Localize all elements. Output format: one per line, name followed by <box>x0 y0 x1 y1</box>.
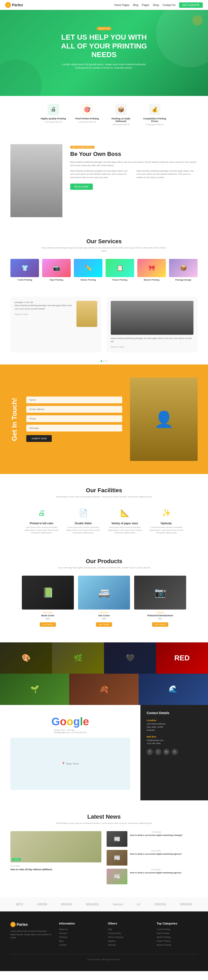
footer-info-4[interactable]: Blog <box>59 940 100 942</box>
service-poster[interactable]: 📋 Poster Printing <box>106 259 134 281</box>
partner-brand: BRAND <box>61 902 72 906</box>
footer-logo-text: Partex <box>17 923 28 927</box>
get-quote-button[interactable]: GET A QUOTE <box>179 2 203 8</box>
services-section: Our Services Many desktop publishing pac… <box>0 228 208 291</box>
dot-3[interactable] <box>106 360 107 362</box>
buy-book-button[interactable]: BUY NOW <box>40 622 56 627</box>
nav-shop[interactable]: Shop <box>153 4 159 6</box>
footer-others-col: Others FAQ Privacy Policy Terms of Servi… <box>108 922 149 948</box>
dot-2[interactable] <box>103 360 105 362</box>
map-placeholder[interactable]: 📍 Map View <box>10 738 130 790</box>
facilities-section: Our Facilities Pellentesque cursus ante … <box>0 474 208 547</box>
social-icons: f t in li <box>147 749 202 755</box>
contact-message-input[interactable] <box>26 425 122 431</box>
contact-mail-label: Mail Box <box>147 735 202 738</box>
google-sub: Simple SEO 2733 85info@google.com / 03-3… <box>54 729 87 733</box>
footer-copyright: © 2022 Partex. All Rights Reserved. <box>87 958 121 961</box>
contact-location: Location 1234 Street AddressCity, State,… <box>147 719 202 732</box>
feature-delivery-icon: 📦 <box>115 104 127 115</box>
products-description: Cras mollie dapi sed sagittis blandit ip… <box>39 566 169 570</box>
hero-section: ABOUT US LET US HELP YOU WITH ALL OF YOU… <box>0 10 208 96</box>
footer-cat-2[interactable]: Flyer Printing <box>157 932 198 934</box>
google-logo: Google <box>52 715 89 728</box>
dot-1[interactable] <box>101 360 102 362</box>
service-package[interactable]: 📦 Package Design <box>169 259 198 281</box>
service-sticker[interactable]: ✏️ Sticker Printing <box>74 259 102 281</box>
gallery-item-2[interactable]: 🌿 <box>52 643 104 674</box>
google-g1: G <box>52 715 60 728</box>
read-more-button[interactable]: READ MORE <box>70 183 93 190</box>
footer-cat-4[interactable]: Poster Printing <box>157 940 198 942</box>
about-tag: WHY CHOOSE PARTEX <box>70 146 95 149</box>
service-tshirt[interactable]: 👕 T-shirt Printing <box>10 259 39 281</box>
google-o2: o <box>66 715 73 728</box>
map-label: 📍 Map View <box>61 762 79 765</box>
footer-others-2[interactable]: Privacy Policy <box>108 932 149 934</box>
contact-person-visual: 👤 <box>130 377 198 461</box>
gallery-item-6[interactable]: 🍂 <box>69 674 139 705</box>
news-side-3[interactable]: 📰 20 Jul 2022 How to build a successful … <box>107 869 198 884</box>
contact-email-input[interactable] <box>26 406 122 413</box>
footer-others-1[interactable]: FAQ <box>108 928 149 931</box>
footer-info-1[interactable]: About Us <box>59 928 100 931</box>
footer-cat-5[interactable]: Banner Printing <box>157 944 198 946</box>
nav-contact[interactable]: Contact Us <box>162 4 175 6</box>
news-side-2-date: 20 Jul 2022 <box>130 850 182 852</box>
footer-cat-3[interactable]: Sticker Printing <box>157 936 198 938</box>
features-strip: 🖨 Highly Quality Printing Lorem ipsum do… <box>0 96 208 134</box>
news-side-2[interactable]: 📰 20 Jul 2022 How to build a successful … <box>107 850 198 865</box>
contact-location-label: Location <box>147 719 202 722</box>
footer-others-5[interactable]: Sitemap <box>108 944 149 946</box>
product-van: 🚐 Van Cover Van Cover $35 BUY NOW <box>78 576 130 627</box>
services-title: Our Services <box>10 238 198 245</box>
facility-paper-desc: Lorem ipsum dolor sit amet consectetur a… <box>107 526 143 535</box>
service-banner[interactable]: 🎀 Banner Printing <box>137 259 166 281</box>
logo[interactable]: ⚡ Partex <box>5 2 23 8</box>
testimonial-2-name: Sidney A. Parton <box>111 345 194 348</box>
nav-home[interactable]: Home Pages <box>114 4 129 6</box>
contact-phone-input[interactable] <box>26 415 122 422</box>
service-sticker-img: ✏️ <box>74 259 102 277</box>
product-book-price: $28 <box>22 617 74 620</box>
service-flyer-label: Flyer Printing <box>42 279 71 281</box>
gallery-item-5[interactable]: 🌱 <box>0 674 69 705</box>
footer-info-5[interactable]: Contact <box>59 944 100 946</box>
gallery-item-1[interactable]: 🎨 <box>0 643 52 674</box>
contact-map-section: Google Simple SEO 2733 85info@google.com… <box>0 705 208 800</box>
footer-info-2[interactable]: Services <box>59 932 100 934</box>
facebook-icon[interactable]: f <box>147 749 153 755</box>
twitter-icon[interactable]: t <box>155 749 161 755</box>
news-side-1[interactable]: 📰 20 Jul 2022 How to build a successful … <box>107 831 198 847</box>
instagram-icon[interactable]: in <box>163 749 170 755</box>
gallery-item-4[interactable]: RED <box>156 643 208 674</box>
nav-blog[interactable]: Blog <box>133 4 138 6</box>
buy-polaroid-button[interactable]: BUY NOW <box>152 622 168 627</box>
footer-cat-1[interactable]: T-shirt Printing <box>157 928 198 931</box>
footer-others-4[interactable]: Support <box>108 940 149 942</box>
linkedin-icon[interactable]: li <box>172 749 178 755</box>
news-side-2-text: 20 Jul 2022 How to build a successful di… <box>130 850 182 855</box>
contact-mail-value: info@website.com+123 456 7890 <box>147 739 202 745</box>
product-book-name: Book Cover <box>22 614 74 617</box>
footer-others-3[interactable]: Terms of Service <box>108 936 149 938</box>
product-polaroid-price: $20 <box>134 617 186 620</box>
footer-info-3[interactable]: Products <box>59 936 100 938</box>
nav-pages[interactable]: Pages <box>142 4 149 6</box>
news-side-1-text: 20 Jul 2022 How to build a successful di… <box>130 831 183 837</box>
submit-button[interactable]: SUBMIT NOW <box>26 435 52 442</box>
contact-name-input[interactable] <box>26 396 122 403</box>
gallery-item-3[interactable]: 🖤 <box>104 643 156 674</box>
footer-others-heading: Others <box>108 922 149 925</box>
feature-price: 💰 Competitive Printing Prices Lorem ipsu… <box>142 104 168 126</box>
hero-content: ABOUT US LET US HELP YOU WITH ALL OF YOU… <box>57 25 151 75</box>
footer-others-list: FAQ Privacy Policy Terms of Service Supp… <box>108 928 149 946</box>
testimonial-2-image <box>111 301 194 335</box>
buy-van-button[interactable]: BUY NOW <box>96 622 112 627</box>
facility-printed-icon: 🖨 <box>35 506 48 519</box>
news-main-card[interactable]: Lifestyle 20 Jul 2022 How to relax all d… <box>10 831 101 884</box>
service-flyer[interactable]: 📷 Flyer Printing <box>42 259 71 281</box>
product-polaroid-tag: Polaroid <box>134 612 186 613</box>
contact-details-panel: Contact Details Location 1234 Street Add… <box>140 705 208 800</box>
gallery-item-7[interactable]: 🌊 <box>139 674 208 705</box>
navigation: ⚡ Partex Home Pages Blog Pages Shop Cont… <box>0 0 208 10</box>
